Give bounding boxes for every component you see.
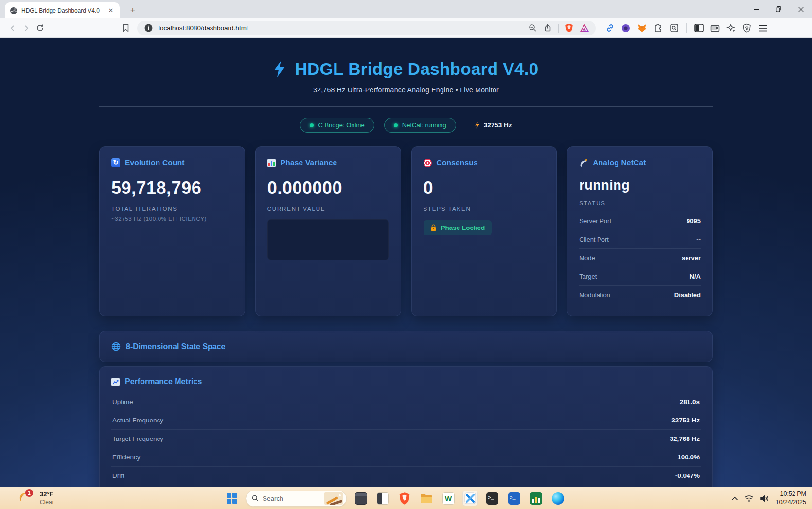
kv-row-target: Target N/A (579, 267, 701, 286)
taskbar-powershell-icon[interactable]: >_ (506, 491, 522, 506)
notification-badge: 1 (25, 489, 33, 497)
performance-metrics-title: Performance Metrics (125, 377, 202, 386)
taskbar-app-dark-window-icon[interactable] (353, 491, 369, 506)
browser-tab[interactable]: HDGL Bridge Dashboard V4.0 ✕ (5, 2, 120, 18)
window-restore-button[interactable] (767, 0, 790, 18)
card-analog-netcat: Analog NetCat running STATUS Server Port… (567, 146, 713, 316)
card-consensus: Consensus 0 STEPS TAKEN Phase Locked (411, 146, 557, 316)
weather-widget[interactable]: 1 32°F Clear (18, 487, 54, 509)
evolution-count-value: 59,718,796 (111, 178, 233, 198)
chart-increasing-icon (111, 378, 120, 386)
link-extension-icon[interactable] (603, 22, 616, 35)
share-icon[interactable] (543, 23, 553, 34)
menu-hamburger-icon[interactable] (757, 22, 769, 35)
back-button[interactable] (6, 21, 19, 35)
online-dot-icon (310, 123, 314, 127)
wallet-icon[interactable] (708, 22, 721, 35)
phase-variance-label: CURRENT VALUE (267, 206, 389, 211)
search-highlight-graphic[interactable] (324, 492, 343, 505)
weather-condition: Clear (40, 499, 54, 506)
zoom-icon[interactable] (527, 23, 538, 34)
taskbar-app-split-window-icon[interactable] (375, 491, 390, 506)
window-minimize-button[interactable] (745, 0, 767, 18)
bookmark-icon[interactable] (119, 21, 132, 35)
address-bar[interactable]: localhost:8080/dashboard.html (137, 21, 596, 35)
netcat-detail-rows: Server Port 9095 Client Port -- Mode ser… (579, 212, 701, 304)
taskbar-edge-icon[interactable] (550, 491, 565, 506)
wifi-icon[interactable] (744, 495, 754, 502)
phase-variance-value: 0.000000 (267, 178, 389, 198)
search-icon (252, 495, 259, 502)
start-button[interactable] (225, 491, 239, 506)
metric-row-drift: Drift -0.047% (111, 467, 701, 485)
consensus-value: 0 (424, 178, 545, 198)
address-bar-separator (558, 24, 559, 33)
sidebar-icon[interactable] (692, 22, 705, 35)
tray-clock[interactable]: 10:52 PM 10/24/2025 (776, 490, 806, 507)
vpn-shield-icon[interactable] (741, 22, 753, 35)
status-pill-bridge-label: C Bridge: Online (318, 122, 364, 129)
brave-shields-icon[interactable] (564, 23, 574, 34)
metrics-table: Uptime 281.0s Actual Frequency 32753 Hz … (111, 393, 701, 485)
new-tab-button[interactable]: + (127, 5, 138, 16)
online-dot-icon (394, 123, 398, 127)
window-close-button[interactable] (790, 0, 812, 18)
taskbar-w-app-icon[interactable]: W (441, 491, 456, 506)
volume-icon[interactable] (760, 495, 769, 502)
forward-button[interactable] (19, 21, 33, 35)
phase-locked-badge: Phase Locked (424, 220, 492, 235)
state-space-title: 8-Dimensional State Space (126, 342, 226, 351)
dashboard-page: HDGL Bridge Dashboard V4.0 32,768 Hz Ult… (0, 38, 812, 487)
browser-titlebar: HDGL Bridge Dashboard V4.0 ✕ + (0, 0, 812, 18)
status-pill-netcat: NetCat: running (384, 118, 456, 133)
taskbar-terminal-icon[interactable]: >_ (484, 491, 500, 506)
extensions-separator (686, 23, 687, 33)
site-info-icon[interactable] (143, 23, 154, 34)
globe-icon (111, 342, 121, 351)
bolt-small-icon (475, 122, 480, 129)
tray-time: 10:52 PM (776, 490, 806, 499)
purple-extension-icon[interactable] (619, 22, 632, 35)
lock-icon (430, 224, 437, 231)
card-phase-variance: Phase Variance 0.000000 CURRENT VALUE (255, 146, 401, 316)
reload-button[interactable] (33, 21, 47, 35)
metamask-fox-icon[interactable] (635, 22, 648, 35)
brave-rewards-icon[interactable] (579, 23, 590, 34)
tray-chevron-up-icon[interactable] (731, 496, 738, 501)
card-evolution-count: ↻ Evolution Count 59,718,796 TOTAL ITERA… (99, 146, 245, 316)
header-divider (99, 106, 713, 107)
taskbar-brave-icon[interactable] (397, 491, 412, 506)
taskbar-spreadsheet-chart-icon[interactable] (528, 491, 544, 506)
state-space-panel: 8-Dimensional State Space (99, 331, 713, 362)
metric-row-uptime: Uptime 281.0s (111, 393, 701, 411)
evolution-arrows-icon: ↻ (111, 158, 120, 167)
phase-variance-chart (267, 219, 389, 260)
metric-row-actual-frequency: Actual Frequency 32753 Hz (111, 411, 701, 430)
kv-row-modulation: Modulation Disabled (579, 286, 701, 304)
leo-ai-sparkle-icon[interactable] (724, 22, 737, 35)
taskbar-file-explorer-icon[interactable] (419, 491, 434, 506)
netcat-status-value: running (579, 178, 701, 193)
status-pill-bridge: C Bridge: Online (300, 118, 374, 133)
taskbar-search[interactable]: Search (246, 491, 347, 507)
card-title: Consensus (437, 158, 478, 167)
taskbar-x-server-icon[interactable] (462, 491, 478, 506)
frequency-value: 32753 Hz (484, 122, 512, 129)
netcat-status-label: STATUS (579, 200, 701, 206)
evolution-count-note: ~32753 HZ (100.0% EFFICIENCY) (111, 216, 233, 222)
bar-chart-icon (267, 159, 276, 167)
card-title: Phase Variance (281, 158, 337, 167)
weather-temp: 32°F (40, 491, 54, 498)
card-title: Analog NetCat (593, 158, 646, 167)
puzzle-extension-icon[interactable] (652, 22, 664, 35)
kv-row-mode: Mode server (579, 249, 701, 267)
tab-close-icon[interactable]: ✕ (107, 7, 115, 15)
phase-locked-label: Phase Locked (441, 224, 485, 231)
card-title: Evolution Count (125, 158, 185, 167)
page-subtitle: 32,768 Hz Ultra-Performance Analog Engin… (99, 86, 713, 94)
search-box-extension-icon[interactable] (668, 22, 680, 35)
url-text[interactable]: localhost:8080/dashboard.html (159, 24, 522, 32)
consensus-label: STEPS TAKEN (424, 206, 545, 211)
tab-favicon-globe-icon (10, 7, 18, 15)
status-pill-netcat-label: NetCat: running (402, 122, 446, 129)
